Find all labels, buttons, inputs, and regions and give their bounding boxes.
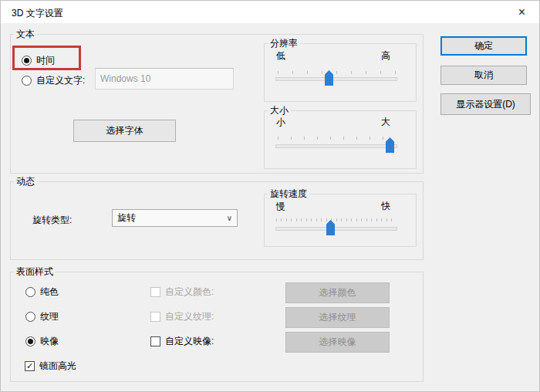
size-group: 大小 [264, 110, 417, 169]
speed-group-label: 旋转速度 [268, 188, 309, 200]
rotation-type-value: 旋转 [117, 211, 227, 225]
radio-texture-label: 纹理 [40, 310, 59, 323]
display-settings-button[interactable]: 显示器设置(D) [440, 93, 531, 115]
checkbox-custom-color-control [150, 287, 160, 297]
close-button[interactable]: × [505, 1, 539, 23]
resolution-low-label: 低 [276, 49, 285, 63]
3d-text-settings-dialog: 3D 文字设置 × 文本 时间 自定义文字: 选择字体 分辨率 低 高 大小 小… [0, 0, 540, 392]
check-icon: ✓ [25, 362, 34, 370]
choose-font-button[interactable]: 选择字体 [73, 120, 176, 142]
time-option-highlight-annotation [12, 46, 81, 70]
choose-texture-button: 选择纹理 [285, 307, 390, 328]
resolution-slider-track[interactable] [275, 77, 397, 81]
title-bar: 3D 文字设置 × [1, 1, 539, 23]
rotation-type-label: 旋转类型: [32, 214, 72, 227]
cancel-button[interactable]: 取消 [440, 66, 527, 85]
radio-reflection[interactable]: 映像 [25, 335, 59, 348]
radio-solid-color[interactable]: 纯色 [25, 286, 59, 299]
radio-texture[interactable]: 纹理 [25, 310, 59, 323]
custom-text-input[interactable] [95, 68, 234, 90]
choose-color-button: 选择颜色 [285, 282, 390, 303]
radio-texture-control [25, 312, 35, 322]
speed-slow-label: 慢 [276, 200, 285, 213]
checkbox-custom-texture-label: 自定义纹理: [165, 310, 214, 323]
checkbox-custom-texture: 自定义纹理: [150, 310, 214, 323]
resolution-group-label: 分辨率 [268, 38, 300, 49]
size-small-label: 小 [276, 116, 285, 129]
close-icon: × [518, 6, 525, 19]
radio-reflection-control [25, 336, 35, 346]
checkbox-custom-texture-control [150, 312, 160, 322]
ok-button[interactable]: 确定 [440, 36, 527, 56]
text-group-label: 文本 [14, 29, 37, 40]
size-large-label: 大 [381, 116, 390, 129]
chevron-down-icon: ∨ [227, 214, 232, 222]
checkbox-specular-highlight[interactable]: ✓ 镜面高光 [25, 360, 76, 373]
radio-solid-color-label: 纯色 [40, 286, 59, 299]
size-slider-track[interactable] [275, 144, 397, 148]
size-group-label: 大小 [268, 105, 291, 117]
radio-custom-text[interactable]: 自定义文字: [22, 74, 85, 87]
choose-reflection-button: 选择映像 [285, 332, 390, 353]
speed-fast-label: 快 [381, 200, 390, 213]
checkbox-custom-reflection[interactable]: 自定义映像: [150, 335, 214, 348]
checkbox-specular-control: ✓ [25, 361, 35, 371]
rotation-type-select[interactable]: 旋转 ∨ [112, 209, 238, 227]
surface-style-group-label: 表面样式 [14, 266, 56, 278]
radio-custom-text-label: 自定义文字: [36, 74, 85, 87]
checkbox-custom-reflection-control [150, 336, 160, 346]
checkbox-specular-label: 镜面高光 [39, 360, 76, 373]
resolution-high-label: 高 [381, 49, 390, 63]
checkbox-custom-color: 自定义颜色: [150, 286, 214, 299]
radio-custom-text-control [22, 76, 32, 86]
checkbox-custom-color-label: 自定义颜色: [165, 286, 214, 299]
window-title: 3D 文字设置 [12, 7, 63, 20]
speed-slider-ticks [276, 218, 397, 221]
speed-slider-track[interactable] [275, 227, 397, 231]
size-slider-ticks [278, 137, 396, 140]
checkbox-custom-reflection-label: 自定义映像: [165, 335, 214, 348]
resolution-slider-ticks [278, 71, 396, 74]
radio-reflection-label: 映像 [40, 335, 59, 348]
motion-group-label: 动态 [14, 176, 37, 188]
radio-solid-color-control [25, 287, 35, 297]
